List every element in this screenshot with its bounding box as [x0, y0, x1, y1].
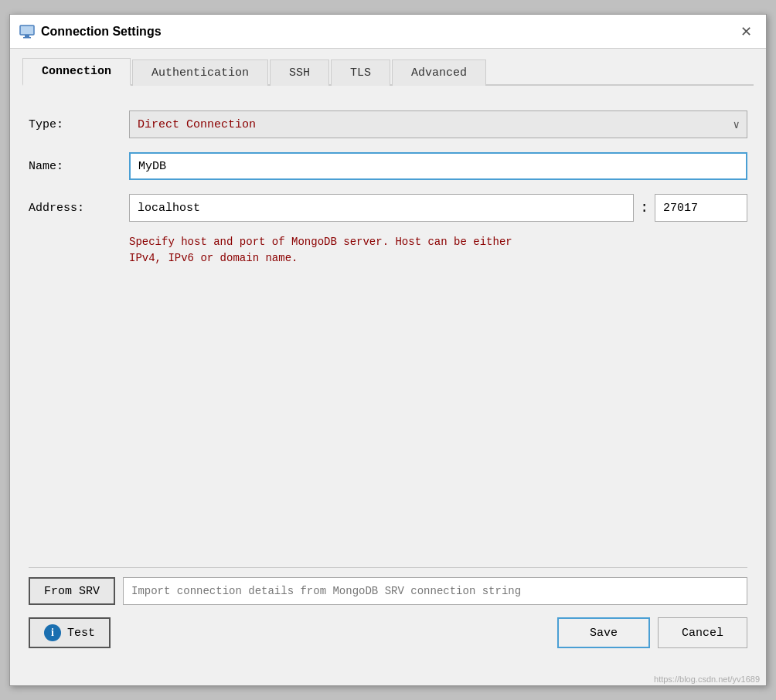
title-bar-left: Connection Settings	[19, 24, 162, 39]
tab-content-connection: Type: Direct Connection Replica Set Shar…	[22, 98, 754, 664]
type-row: Type: Direct Connection Replica Set Shar…	[29, 110, 747, 138]
type-select-wrapper: Direct Connection Replica Set Sharded Cl…	[129, 110, 747, 138]
type-select[interactable]: Direct Connection Replica Set Sharded Cl…	[129, 110, 747, 138]
svg-rect-1	[25, 35, 29, 37]
colon-separator: :	[634, 194, 655, 222]
svg-rect-2	[23, 37, 31, 39]
from-srv-button[interactable]: From SRV	[29, 577, 115, 605]
name-control	[129, 152, 747, 180]
tab-ssh[interactable]: SSH	[270, 59, 329, 86]
tab-advanced[interactable]: Advanced	[392, 59, 486, 86]
name-label: Name:	[29, 160, 129, 173]
tab-tls[interactable]: TLS	[331, 59, 390, 86]
host-input[interactable]	[129, 194, 634, 222]
srv-row: From SRV	[29, 577, 747, 605]
cancel-button[interactable]: Cancel	[658, 617, 747, 648]
watermark: https://blog.csdn.net/yv1689	[10, 673, 766, 685]
right-buttons: Save Cancel	[557, 617, 747, 648]
save-button[interactable]: Save	[557, 617, 650, 648]
name-input[interactable]	[129, 152, 747, 180]
tab-authentication[interactable]: Authentication	[132, 59, 268, 86]
close-button[interactable]: ✕	[735, 21, 757, 42]
dialog-body: Connection Authentication SSH TLS Advanc…	[10, 49, 766, 673]
address-hint: Specify host and port of MongoDB server.…	[129, 234, 512, 267]
spacer	[29, 280, 747, 561]
type-label: Type:	[29, 118, 129, 131]
port-input[interactable]	[655, 194, 747, 222]
info-icon: i	[44, 624, 61, 641]
window-icon	[19, 24, 35, 39]
srv-input[interactable]	[123, 577, 747, 605]
window-title: Connection Settings	[41, 25, 162, 39]
tab-connection[interactable]: Connection	[22, 58, 131, 86]
test-button-label: Test	[67, 627, 95, 640]
svg-rect-0	[20, 25, 34, 35]
tab-bar: Connection Authentication SSH TLS Advanc…	[22, 58, 754, 86]
action-row: i Test Save Cancel	[29, 617, 747, 651]
type-control: Direct Connection Replica Set Sharded Cl…	[129, 110, 747, 138]
title-bar: Connection Settings ✕	[10, 15, 766, 49]
test-button[interactable]: i Test	[29, 617, 111, 648]
address-label: Address:	[29, 202, 129, 215]
connection-settings-window: Connection Settings ✕ Connection Authent…	[9, 14, 767, 686]
address-row: Address: : Specify host and port of Mong…	[29, 194, 747, 267]
bottom-section: From SRV i Test Save Cancel	[29, 567, 747, 651]
address-inputs: :	[129, 194, 747, 222]
name-row: Name:	[29, 152, 747, 180]
